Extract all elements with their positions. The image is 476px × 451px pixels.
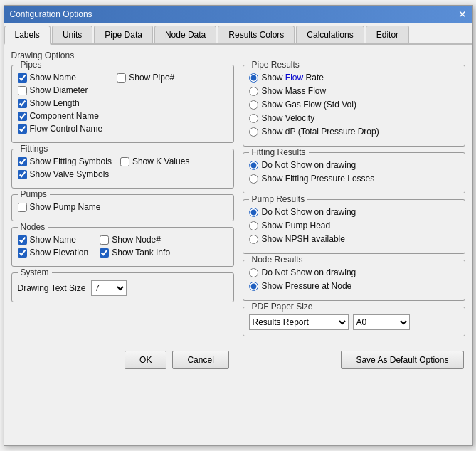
- nodes-show-name-row: Show Name: [18, 235, 89, 245]
- nodes-tank-info-row: Show Tank Info: [100, 248, 170, 258]
- nodes-show-num-row: Show Node#: [100, 235, 170, 245]
- fittings-symbols-row: Show Fitting Symbols: [18, 156, 112, 166]
- pdf-report-select[interactable]: Results Report Layout Report: [249, 314, 349, 330]
- pr-dp-row: Show dP (Total Pressure Drop): [249, 127, 459, 137]
- fr-pressure-losses-label: Show Fitting Pressure Losses: [262, 174, 375, 184]
- nodes-show-num-checkbox[interactable]: [100, 235, 109, 245]
- configuration-dialog: Configuration Options ✕ Labels Units Pip…: [4, 5, 473, 446]
- pipes-flow-control-label: Flow Control Name: [30, 124, 103, 134]
- pipes-show-pipe-num-checkbox[interactable]: [117, 73, 126, 83]
- nr-do-not-show-radio[interactable]: [249, 268, 258, 277]
- tab-labels[interactable]: Labels: [4, 26, 51, 45]
- fitting-results-group: Fitting Results Do Not Show on drawing S…: [243, 152, 465, 193]
- pumps-group: Pumps Show Pump Name: [11, 194, 234, 221]
- pumps-pump-name-checkbox[interactable]: [18, 203, 27, 212]
- tab-node-data[interactable]: Node Data: [154, 26, 216, 43]
- pump-npsh-label: Show NPSH available: [262, 234, 345, 244]
- tab-units[interactable]: Units: [52, 26, 92, 43]
- pr-mass-flow-radio[interactable]: [249, 87, 258, 96]
- pipes-show-name-checkbox[interactable]: [18, 73, 27, 83]
- pr-flow-rate-row: Show Flow Rate: [249, 73, 459, 83]
- tab-content: Drawing Options Pipes Show Name: [4, 45, 472, 345]
- pr-dp-radio[interactable]: [249, 127, 258, 137]
- system-group: System Drawing Text Size 6 7 8 9 10 11: [11, 272, 234, 302]
- fittings-symbols-label: Show Fitting Symbols: [30, 156, 112, 166]
- fr-do-not-show-radio[interactable]: [249, 161, 258, 170]
- drawing-options-label: Drawing Options: [11, 51, 465, 60]
- pr-velocity-label: Show Velocity: [262, 113, 315, 123]
- pipes-show-length-checkbox[interactable]: [18, 99, 27, 108]
- pipes-component-name-label: Component Name: [30, 111, 99, 121]
- pr-mass-flow-row: Show Mass Flow: [249, 86, 459, 96]
- fr-pressure-losses-row: Show Fitting Pressure Losses: [249, 174, 459, 184]
- close-button[interactable]: ✕: [458, 9, 467, 19]
- cancel-button[interactable]: Cancel: [172, 351, 228, 369]
- tab-pipe-data[interactable]: Pipe Data: [94, 26, 153, 43]
- nodes-group-label: Nodes: [18, 222, 48, 232]
- pump-npsh-radio[interactable]: [249, 235, 258, 244]
- tab-results-colors[interactable]: Results Colors: [218, 26, 295, 43]
- nodes-tank-info-checkbox[interactable]: [100, 248, 109, 258]
- title-bar: Configuration Options ✕: [4, 6, 472, 23]
- pipes-show-length-row: Show Length: [18, 98, 103, 108]
- fitting-results-group-label: Fitting Results: [249, 147, 309, 157]
- nr-do-not-show-label: Do Not Show on drawing: [262, 267, 356, 277]
- pr-flow-rate-label: Show Flow Rate: [262, 73, 324, 83]
- pipes-show-pipe-num-label: Show Pipe#: [129, 73, 174, 83]
- pumps-pump-name-label: Show Pump Name: [30, 202, 101, 212]
- pump-do-not-show-row: Do Not Show on drawing: [249, 207, 459, 217]
- pipes-show-diameter-row: Show Diameter: [18, 85, 103, 95]
- pump-results-group-label: Pump Results: [249, 194, 308, 204]
- pipes-flow-control-checkbox[interactable]: [18, 124, 27, 134]
- pr-mass-flow-label: Show Mass Flow: [262, 86, 327, 96]
- pipes-component-name-checkbox[interactable]: [18, 112, 27, 121]
- fittings-k-values-label: Show K Values: [132, 156, 190, 166]
- ok-button[interactable]: OK: [125, 351, 166, 369]
- nodes-group: Nodes Show Name Show Elevation: [11, 227, 234, 267]
- pr-dp-label: Show dP (Total Pressure Drop): [262, 127, 379, 137]
- nodes-show-name-checkbox[interactable]: [18, 235, 27, 245]
- nodes-tank-info-label: Show Tank Info: [112, 248, 170, 258]
- dialog-title: Configuration Options: [10, 9, 92, 19]
- pipe-results-group: Pipe Results Show Flow Rate Show Mass Fl…: [243, 65, 465, 147]
- pdf-size-select[interactable]: A0 A1 A2 A3 A4 Letter: [353, 314, 410, 330]
- pump-head-radio[interactable]: [249, 221, 258, 230]
- fittings-valve-symbols-checkbox[interactable]: [18, 170, 27, 179]
- pr-velocity-radio[interactable]: [249, 114, 258, 123]
- fr-do-not-show-label: Do Not Show on drawing: [262, 160, 356, 170]
- fr-pressure-losses-radio[interactable]: [249, 174, 258, 184]
- tab-calculations[interactable]: Calculations: [296, 26, 364, 43]
- pump-do-not-show-radio[interactable]: [249, 208, 258, 217]
- pr-gas-flow-radio[interactable]: [249, 100, 258, 110]
- fittings-symbols-checkbox[interactable]: [18, 157, 27, 166]
- node-results-group: Node Results Do Not Show on drawing Show…: [243, 260, 465, 301]
- save-default-button[interactable]: Save As Default Options: [341, 351, 463, 369]
- fittings-k-values-checkbox[interactable]: [120, 157, 129, 166]
- pipes-show-length-label: Show Length: [30, 98, 80, 108]
- nodes-show-elevation-checkbox[interactable]: [18, 248, 27, 258]
- pipes-flow-control-row: Flow Control Name: [18, 124, 103, 134]
- pipes-show-name-row: Show Name: [18, 73, 103, 83]
- fittings-valve-symbols-label: Show Valve Symbols: [30, 169, 110, 179]
- pumps-group-label: Pumps: [18, 189, 50, 199]
- pipes-show-pipe-num-row: Show Pipe#: [117, 73, 174, 83]
- nr-pressure-radio[interactable]: [249, 282, 258, 291]
- pump-head-row: Show Pump Head: [249, 221, 459, 230]
- pr-gas-flow-label: Show Gas Flow (Std Vol): [262, 100, 356, 110]
- node-results-group-label: Node Results: [249, 255, 306, 265]
- pipe-results-group-label: Pipe Results: [249, 60, 302, 70]
- pdf-group-label: PDF Paper Size: [249, 302, 316, 312]
- bottom-buttons-bar: OK Cancel Save As Default Options: [4, 345, 472, 376]
- drawing-text-size-select[interactable]: 6 7 8 9 10 11 12: [91, 280, 127, 296]
- nodes-show-elevation-label: Show Elevation: [30, 248, 89, 258]
- pdf-group: PDF Paper Size Results Report Layout Rep…: [243, 307, 465, 336]
- pr-gas-flow-row: Show Gas Flow (Std Vol): [249, 100, 459, 110]
- pr-flow-rate-radio[interactable]: [249, 73, 258, 83]
- right-column: Pipe Results Show Flow Rate Show Mass Fl…: [243, 65, 465, 342]
- pipes-group: Pipes Show Name Show Diameter: [11, 65, 234, 143]
- tab-editor[interactable]: Editor: [366, 26, 409, 43]
- fr-do-not-show-row: Do Not Show on drawing: [249, 160, 459, 170]
- drawing-text-size-label: Drawing Text Size: [18, 283, 86, 293]
- pipes-show-diameter-checkbox[interactable]: [18, 86, 27, 95]
- pump-results-group: Pump Results Do Not Show on drawing Show…: [243, 199, 465, 254]
